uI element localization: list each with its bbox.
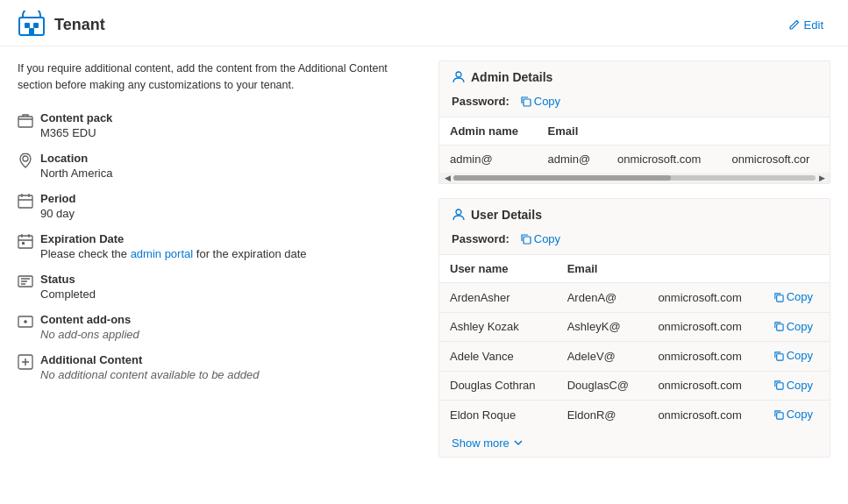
- user-row-copy-button[interactable]: Copy: [773, 408, 813, 421]
- admin-email-domain-cell: onmicrosoft.com: [607, 146, 722, 174]
- admin-table-header-row: Admin name Email: [439, 117, 830, 146]
- table-row: admin@ admin@ onmicrosoft.com onmicrosof…: [439, 146, 830, 174]
- left-panel: If you require additional content, add t…: [18, 60, 421, 484]
- admin-col-name: Admin name: [439, 117, 538, 146]
- edit-icon: [788, 18, 801, 31]
- user-col-copy: [763, 255, 830, 283]
- user-card-header: User Details: [439, 199, 830, 227]
- user-col-name: User name: [439, 255, 557, 283]
- user-col-email: Email: [557, 255, 648, 283]
- user-name-cell: ArdenAsher: [439, 283, 557, 313]
- user-row-copy-button[interactable]: Copy: [773, 290, 813, 303]
- addons-value: No add-ons applied: [40, 328, 139, 341]
- user-email-domain-cell: onmicrosoft.com: [647, 401, 762, 429]
- svg-rect-7: [18, 236, 32, 248]
- user-password-row: Password: Copy: [439, 227, 830, 254]
- info-banner: If you require additional content, add t…: [18, 60, 421, 94]
- tenant-icon: [18, 11, 46, 39]
- admin-scrollbar[interactable]: ◀ ▶: [439, 173, 830, 183]
- user-table: User name Email ArdenAsher ArdenA@ onmic…: [439, 255, 830, 429]
- admin-domain2-cell: onmicrosoft.cor: [722, 146, 830, 174]
- main-content: If you require additional content, add t…: [0, 46, 848, 498]
- period-label: Period: [40, 192, 75, 205]
- svg-point-5: [23, 156, 28, 161]
- admin-name-cell: admin@: [439, 146, 538, 174]
- additional-label: Additional Content: [40, 353, 259, 366]
- svg-point-12: [456, 72, 461, 77]
- status-icon: [18, 273, 33, 289]
- show-more-button[interactable]: Show more: [452, 437, 524, 450]
- user-email-prefix-cell: AshleyK@: [557, 312, 648, 342]
- svg-rect-18: [776, 353, 782, 359]
- copy-icon: [773, 380, 784, 390]
- section-additional: Additional Content No additional content…: [18, 353, 421, 381]
- expiration-label: Expiration Date: [40, 232, 307, 245]
- additional-icon: [18, 354, 33, 370]
- copy-icon: [773, 409, 784, 420]
- admin-col-email: Email: [538, 117, 607, 146]
- section-location: Location North America: [18, 152, 421, 180]
- svg-rect-2: [33, 23, 39, 28]
- section-addons: Content add-ons No add-ons applied: [18, 313, 421, 341]
- user-details-card: User Details Password: Copy User name: [438, 198, 830, 458]
- user-name-cell: Ashley Kozak: [439, 312, 557, 342]
- user-row-copy-button[interactable]: Copy: [773, 349, 813, 362]
- svg-rect-19: [776, 383, 782, 389]
- admin-col-extra2: [722, 117, 830, 146]
- admin-details-card: Admin Details Password: Copy: [438, 60, 830, 184]
- user-password-label: Password:: [452, 232, 510, 245]
- user-copy-password-button[interactable]: Copy: [517, 231, 564, 247]
- content-pack-value: M365 EDU: [40, 126, 112, 139]
- user-table-header-row: User name Email: [439, 255, 830, 283]
- user-row-copy-cell: Copy: [763, 312, 830, 342]
- table-row: Eldon Roque EldonR@ onmicrosoft.com Copy: [439, 401, 830, 429]
- copy-icon: [520, 233, 531, 245]
- user-email-prefix-cell: ArdenA@: [557, 283, 648, 313]
- table-row: Ashley Kozak AshleyK@ onmicrosoft.com Co…: [439, 312, 830, 342]
- user-name-cell: Douglas Cothran: [439, 371, 557, 401]
- user-email-domain-cell: onmicrosoft.com: [647, 312, 762, 342]
- location-value: North America: [40, 167, 112, 180]
- user-email-prefix-cell: EldonR@: [557, 401, 648, 429]
- right-panel: Admin Details Password: Copy: [438, 60, 830, 484]
- svg-rect-1: [25, 23, 30, 28]
- copy-icon: [773, 351, 784, 361]
- admin-table: Admin name Email admin@ admin@: [439, 117, 830, 173]
- chevron-down-icon: [513, 437, 524, 448]
- user-email-domain-cell: onmicrosoft.com: [647, 283, 762, 313]
- user-name-cell: Eldon Roque: [439, 401, 557, 429]
- page-header: Tenant Edit: [0, 0, 848, 46]
- status-label: Status: [40, 273, 96, 286]
- section-status: Status Completed: [18, 273, 421, 301]
- addons-icon: [18, 314, 33, 330]
- period-value: 90 day: [40, 207, 75, 220]
- addons-label: Content add-ons: [40, 313, 139, 326]
- section-expiration: Expiration Date Please check the admin p…: [18, 232, 421, 260]
- admin-col-extra1: [607, 117, 722, 146]
- copy-icon: [520, 96, 531, 107]
- user-row-copy-button[interactable]: Copy: [773, 320, 813, 333]
- scroll-left-arrow[interactable]: ◀: [441, 173, 453, 183]
- user-row-copy-cell: Copy: [763, 342, 830, 372]
- admin-password-label: Password:: [452, 95, 510, 108]
- scrollbar-track[interactable]: [453, 175, 816, 181]
- location-label: Location: [40, 152, 112, 165]
- user-row-copy-cell: Copy: [763, 371, 830, 401]
- admin-card-header: Admin Details: [439, 61, 830, 89]
- svg-rect-4: [18, 117, 32, 127]
- user-email-prefix-cell: AdeleV@: [557, 342, 648, 372]
- svg-rect-17: [776, 324, 782, 330]
- user-col-domain: [647, 255, 762, 283]
- svg-point-14: [456, 209, 461, 215]
- edit-button[interactable]: Edit: [781, 15, 830, 35]
- admin-copy-password-button[interactable]: Copy: [517, 93, 564, 110]
- admin-card-title: Admin Details: [471, 70, 552, 84]
- package-icon: [18, 112, 33, 128]
- show-more-row: Show more: [439, 429, 830, 457]
- user-email-domain-cell: onmicrosoft.com: [647, 342, 762, 372]
- user-row-copy-button[interactable]: Copy: [773, 379, 813, 392]
- admin-portal-link[interactable]: admin portal: [131, 247, 194, 260]
- user-row-copy-cell: Copy: [763, 283, 830, 313]
- scroll-right-arrow[interactable]: ▶: [816, 173, 828, 183]
- location-icon: [18, 153, 33, 168]
